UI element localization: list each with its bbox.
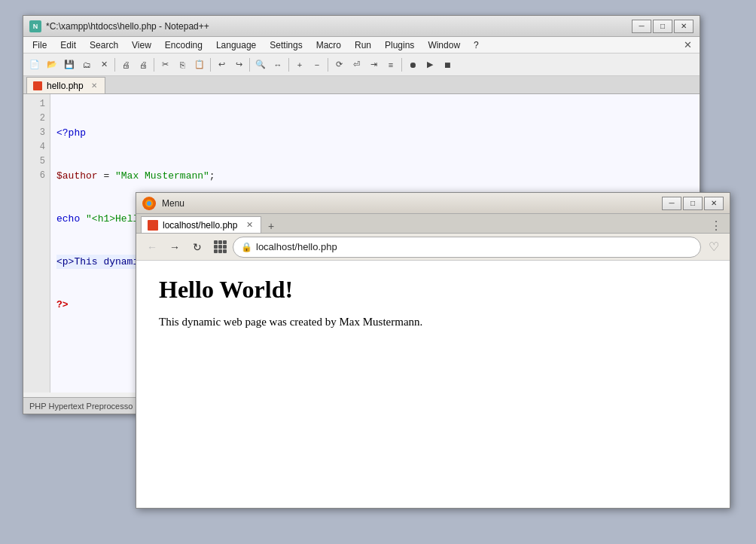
code-line-2: $author = "Max Mustermann"; [56, 169, 694, 183]
grid-dot [214, 245, 218, 249]
toolbar-sep-5 [288, 58, 289, 72]
browser-close[interactable]: ✕ [704, 197, 724, 210]
new-tab-button[interactable]: + [263, 219, 279, 233]
toolbar-open[interactable]: 📂 [44, 57, 60, 73]
toolbar-cut[interactable]: ✂ [157, 57, 173, 73]
line-numbers: 1 2 3 4 5 6 [23, 94, 50, 393]
menu-view[interactable]: View [126, 38, 157, 52]
page-paragraph: This dynamic web page was created by Max… [159, 316, 707, 329]
grid-dot [223, 245, 227, 249]
browser-title: Menu [162, 198, 184, 209]
toolbar-sep-1 [114, 58, 115, 72]
toolbar-run[interactable]: ▶ [422, 57, 438, 73]
browser-tab-label: localhost/hello.php [163, 220, 237, 231]
titlebar-left: N *C:\xampp\htdocs\hello.php - Notepad++ [29, 20, 209, 32]
menu-run[interactable]: Run [349, 38, 377, 52]
toolbar-zoom-in[interactable]: + [291, 57, 308, 73]
close-button[interactable]: ✕ [674, 20, 694, 33]
browser-content: Hello World! This dynamic web page was c… [136, 261, 730, 487]
browser-maximize[interactable]: □ [683, 197, 703, 210]
menu-encoding[interactable]: Encoding [159, 38, 209, 52]
var-author: $author [56, 170, 98, 182]
toolbar-undo[interactable]: ↩ [213, 57, 230, 73]
menu-language[interactable]: Language [210, 38, 262, 52]
grid-dot [214, 240, 218, 244]
line-number-2: 2 [28, 112, 45, 126]
line-number-1: 1 [28, 97, 45, 112]
grid-dot [223, 240, 227, 244]
toolbar-macro[interactable]: ⏺ [404, 57, 421, 73]
browser-window: Menu ─ □ ✕ localhost/hello.php ✕ + ⋮ ← →… [136, 192, 730, 509]
menu-window[interactable]: Window [422, 38, 466, 52]
lock-icon: 🔒 [241, 242, 251, 252]
window-controls: ─ □ ✕ [632, 20, 694, 33]
toolbar-replace[interactable]: ↔ [270, 57, 286, 73]
toolbar-zoom-out[interactable]: − [309, 57, 325, 73]
refresh-button[interactable]: ↻ [187, 237, 207, 257]
minimize-button[interactable]: ─ [632, 20, 651, 33]
echo-kw: echo [56, 213, 80, 225]
toolbar-format[interactable]: ≡ [383, 57, 399, 73]
maximize-button[interactable]: □ [653, 20, 672, 33]
browser-navbar: ← → ↻ 🔒 localhost/hello.php ♡ [136, 234, 730, 261]
npp-tab-hello[interactable]: hello.php ✕ [26, 77, 105, 93]
grid-dot [218, 240, 222, 244]
menu-edit[interactable]: Edit [54, 38, 82, 52]
toolbar-sep-7 [401, 58, 402, 72]
browser-titlebar: Menu ─ □ ✕ [136, 193, 730, 214]
toolbar-sync[interactable]: ⟳ [331, 57, 347, 73]
back-button[interactable]: ← [142, 237, 162, 257]
toolbar-print[interactable]: 🖨 [117, 57, 134, 73]
notepad-titlebar: N *C:\xampp\htdocs\hello.php - Notepad++… [23, 16, 700, 37]
toolbar-copy[interactable]: ⎘ [174, 57, 191, 73]
browser-overflow-icon[interactable]: ⋮ [710, 219, 722, 233]
toolbar-sep-6 [328, 58, 328, 72]
statusbar-text: PHP Hypertext Preprocesso [29, 402, 133, 411]
toolbar-save-all[interactable]: 🗂 [78, 57, 95, 73]
toolbar-redo[interactable]: ↪ [230, 57, 247, 73]
toolbar-wrap[interactable]: ⏎ [348, 57, 364, 73]
browser-tab-active[interactable]: localhost/hello.php ✕ [141, 216, 261, 233]
line-number-6: 6 [28, 169, 45, 183]
toolbar-find[interactable]: 🔍 [252, 57, 269, 73]
menu-plugins[interactable]: Plugins [379, 38, 420, 52]
toolbar-save[interactable]: 💾 [61, 57, 78, 73]
svg-point-2 [147, 201, 151, 206]
code-line-1: <?php [56, 126, 694, 140]
toolbar-sep-4 [249, 58, 250, 72]
toolbar-close[interactable]: ✕ [96, 57, 112, 73]
toolbar-print-now[interactable]: 🖨 [135, 57, 151, 73]
forward-button[interactable]: → [165, 237, 184, 257]
menu-help[interactable]: ? [468, 38, 485, 52]
grid-dot [218, 249, 222, 253]
grid-dot [218, 245, 222, 249]
browser-tab-close-icon[interactable]: ✕ [246, 220, 253, 230]
php-open-tag: <?php [56, 127, 86, 139]
apps-button[interactable] [210, 237, 230, 257]
toolbar-stop[interactable]: ⏹ [439, 57, 456, 73]
menu-close-icon[interactable]: ✕ [679, 39, 697, 50]
firefox-icon [142, 197, 156, 210]
menu-file[interactable]: File [26, 38, 53, 52]
toolbar-new[interactable]: 📄 [26, 57, 43, 73]
tab-label: hello.php [47, 81, 84, 91]
menu-settings[interactable]: Settings [264, 38, 308, 52]
page-heading: Hello World! [159, 276, 707, 304]
address-text: localhost/hello.php [256, 241, 693, 252]
menu-macro[interactable]: Macro [310, 38, 347, 52]
notepad-tabs: hello.php ✕ [23, 76, 700, 94]
line-number-5: 5 [28, 154, 45, 169]
toolbar-paste[interactable]: 📋 [191, 57, 208, 73]
grid-dot [214, 249, 218, 253]
toolbar-sep-3 [210, 58, 211, 72]
bookmark-button[interactable]: ♡ [704, 237, 724, 257]
menu-search[interactable]: Search [84, 38, 124, 52]
address-bar[interactable]: 🔒 localhost/hello.php [233, 237, 701, 258]
browser-tabs: localhost/hello.php ✕ + ⋮ [136, 214, 730, 234]
notepad-toolbar: 📄 📂 💾 🗂 ✕ 🖨 🖨 ✂ ⎘ 📋 ↩ ↪ 🔍 ↔ + − ⟳ ⏎ ⇥ ≡ … [23, 53, 700, 76]
browser-minimize[interactable]: ─ [662, 197, 681, 210]
tab-close-icon[interactable]: ✕ [91, 81, 97, 90]
grid-icon [214, 240, 227, 253]
toolbar-indent[interactable]: ⇥ [365, 57, 382, 73]
notepad-title: *C:\xampp\htdocs\hello.php - Notepad++ [46, 21, 209, 32]
